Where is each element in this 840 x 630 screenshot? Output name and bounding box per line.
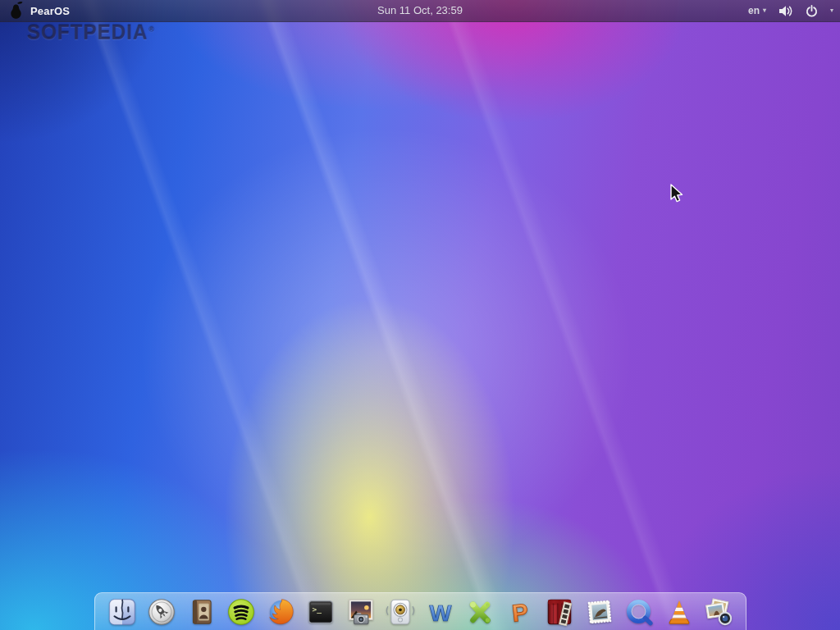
dock-item-word[interactable]: W — [422, 594, 459, 630]
clock[interactable]: Sun 11 Oct, 23:59 — [377, 0, 463, 21]
firefox-icon — [266, 596, 297, 628]
theater-curtain-icon — [544, 596, 575, 628]
pear-logo-icon[interactable] — [8, 2, 24, 20]
menubar: PearOS Sun 11 Oct, 23:59 en ▾ ▾ — [0, 0, 840, 22]
watermark-text: SOFTPEDIA — [27, 21, 148, 43]
excel-x-icon — [464, 596, 495, 628]
quicktime-q-icon — [623, 596, 655, 628]
dock-item-finder[interactable] — [104, 594, 140, 630]
terminal-prompt: >_ — [313, 605, 322, 614]
spotify-icon — [226, 596, 257, 628]
word-w-icon: W — [425, 596, 456, 628]
dock: >_ — [94, 592, 746, 630]
dock-item-powerpoint[interactable]: P — [502, 594, 538, 630]
terminal-icon: >_ — [305, 596, 336, 628]
power-chevron-down-icon[interactable]: ▾ — [830, 7, 833, 14]
speaker-icon — [385, 596, 416, 628]
language-label: en — [748, 5, 760, 16]
dock-item-quicktime[interactable] — [621, 594, 657, 630]
dock-item-firefox[interactable] — [263, 594, 299, 630]
dock-item-vlc[interactable] — [661, 594, 697, 630]
dock-item-photos[interactable] — [343, 594, 379, 630]
word-letter: W — [429, 599, 451, 625]
contacts-book-icon — [186, 596, 217, 628]
system-menu[interactable]: PearOS — [0, 0, 70, 21]
photo-camera-icon — [345, 596, 377, 628]
power-menu[interactable] — [806, 5, 818, 17]
dock-item-contacts[interactable] — [184, 594, 220, 630]
status-area: en ▾ ▾ — [748, 0, 833, 21]
language-selector[interactable]: en ▾ — [748, 5, 766, 16]
chevron-down-icon: ▾ — [763, 7, 766, 14]
powerpoint-p-icon: P — [504, 596, 536, 628]
registered-mark: ® — [148, 25, 154, 34]
dock-item-mail[interactable] — [582, 594, 618, 630]
mail-stamp-icon — [584, 596, 615, 628]
softpedia-watermark: SOFTPEDIA® — [27, 21, 155, 44]
dock-item-audio[interactable] — [382, 594, 418, 630]
dock-item-terminal[interactable]: >_ — [303, 594, 339, 630]
desktop-screen: SOFTPEDIA® PearOS Sun 11 Oct, 23:59 en ▾ — [0, 0, 840, 630]
dock-item-excel[interactable] — [462, 594, 498, 630]
dock-item-spotify[interactable] — [223, 594, 259, 630]
photos-lens-icon — [703, 596, 734, 628]
appmenu-label[interactable]: PearOS — [30, 5, 70, 17]
volume-icon[interactable] — [778, 5, 793, 17]
dock-item-movies[interactable] — [541, 594, 578, 630]
finder-icon — [107, 596, 138, 628]
dock-item-iphoto[interactable] — [701, 594, 737, 630]
launchpad-rocket-icon — [146, 596, 177, 628]
desktop-wallpaper — [0, 0, 840, 630]
dock-item-launchpad[interactable] — [144, 594, 180, 630]
vlc-cone-icon — [664, 596, 695, 628]
powerpoint-letter: P — [510, 598, 529, 627]
